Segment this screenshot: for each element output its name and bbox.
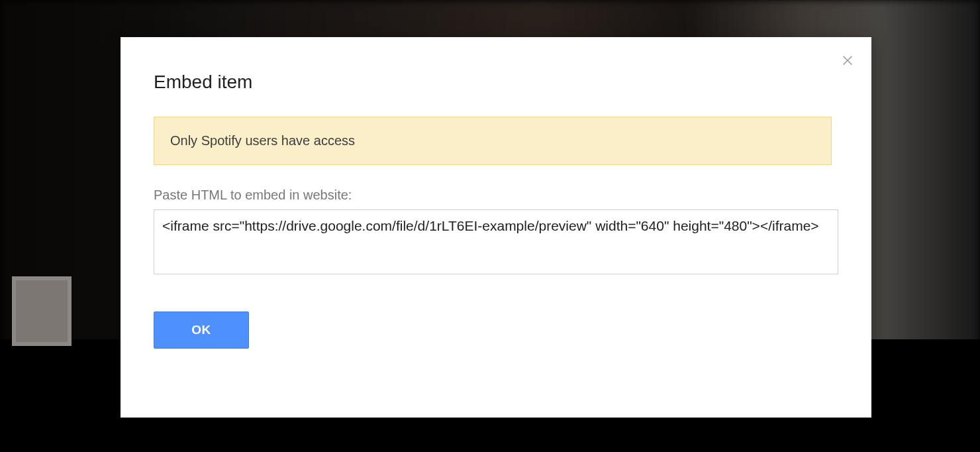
- dialog-title: Embed item: [154, 72, 845, 93]
- access-warning-banner: Only Spotify users have access: [154, 117, 832, 165]
- background-photo-frame: [12, 276, 72, 346]
- close-button[interactable]: [838, 52, 857, 70]
- warning-text: Only Spotify users have access: [170, 133, 355, 148]
- embed-item-dialog: Embed item Only Spotify users have acces…: [121, 37, 871, 418]
- close-icon: [840, 52, 855, 70]
- embed-code-textarea[interactable]: [154, 209, 838, 274]
- embed-code-label: Paste HTML to embed in website:: [154, 188, 845, 203]
- ok-button[interactable]: OK: [154, 311, 249, 349]
